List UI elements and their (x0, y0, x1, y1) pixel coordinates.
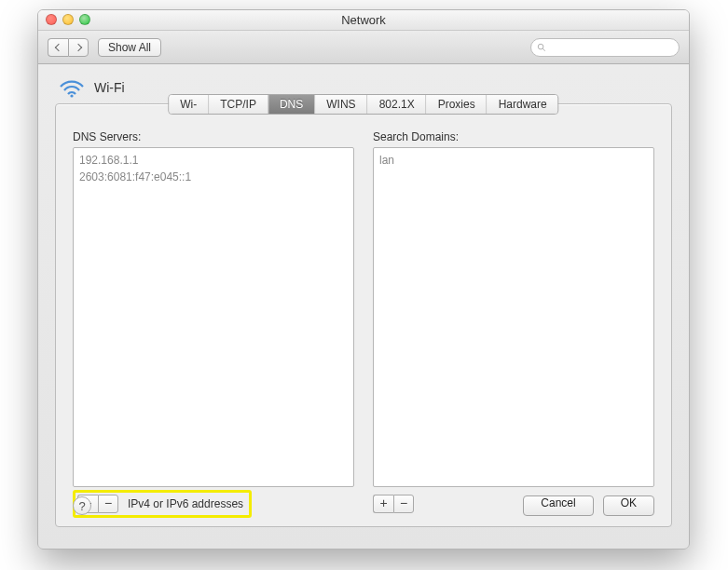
search-field[interactable] (530, 38, 680, 57)
forward-button[interactable] (68, 38, 89, 57)
tab-bar: Wi-Fi TCP/IP DNS WINS 802.1X Proxies Har… (168, 94, 558, 115)
show-all-button[interactable]: Show All (98, 38, 161, 57)
titlebar: Network (38, 10, 689, 31)
dns-servers-label: DNS Servers: (73, 130, 354, 143)
tab-proxies[interactable]: Proxies (427, 95, 488, 114)
tab-dns[interactable]: DNS (268, 95, 315, 114)
window-title: Network (38, 10, 689, 31)
network-preferences-window: Network Show All Wi-Fi (37, 9, 690, 550)
chevron-left-icon (54, 43, 62, 50)
search-domains-column: Search Domains: lan + − (373, 130, 654, 515)
dns-servers-column: DNS Servers: 192.168.1.1 2603:6081:f47:e… (73, 130, 354, 515)
sheet-footer: ? Cancel OK (56, 485, 671, 526)
tab-hardware[interactable]: Hardware (488, 95, 558, 114)
svg-line-1 (543, 48, 545, 51)
toolbar: Show All (38, 31, 689, 64)
chevron-right-icon (75, 43, 82, 50)
tab-tcpip[interactable]: TCP/IP (209, 95, 268, 114)
list-item[interactable]: lan (379, 152, 648, 169)
search-domains-list[interactable]: lan (373, 147, 654, 487)
search-domains-label: Search Domains: (373, 130, 654, 143)
tab-wins[interactable]: WINS (315, 95, 367, 114)
dns-panel: DNS Servers: 192.168.1.1 2603:6081:f47:e… (56, 104, 671, 526)
nav-back-forward (48, 38, 89, 57)
ok-button[interactable]: OK (603, 495, 654, 516)
wifi-icon (59, 77, 85, 98)
cancel-button[interactable]: Cancel (523, 495, 593, 516)
search-icon (537, 43, 546, 52)
list-item[interactable]: 2603:6081:f47:e045::1 (79, 169, 348, 185)
svg-point-0 (538, 44, 543, 49)
dns-servers-list[interactable]: 192.168.1.1 2603:6081:f47:e045::1 (73, 147, 354, 487)
search-input[interactable] (550, 42, 673, 53)
tab-wifi[interactable]: Wi-Fi (169, 95, 209, 114)
help-button[interactable]: ? (73, 496, 91, 515)
back-button[interactable] (48, 38, 68, 57)
advanced-sheet: Wi-Fi TCP/IP DNS WINS 802.1X Proxies Har… (55, 103, 672, 527)
content-area: Wi-Fi Wi-Fi TCP/IP DNS WINS 802.1X Proxi… (38, 64, 689, 549)
list-item[interactable]: 192.168.1.1 (79, 152, 348, 169)
tab-8021x[interactable]: 802.1X (368, 95, 427, 114)
connection-name: Wi-Fi (94, 80, 125, 95)
svg-point-2 (70, 94, 73, 97)
